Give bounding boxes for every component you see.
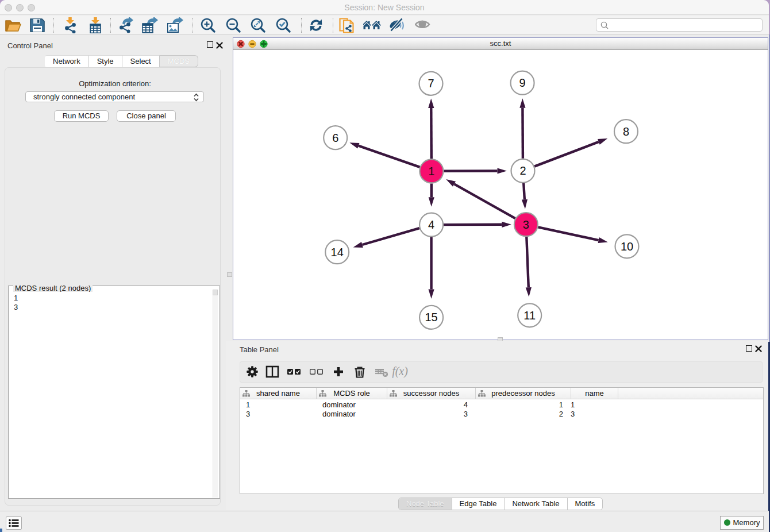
svg-text:2: 2	[519, 164, 526, 177]
svg-text:1: 1	[428, 165, 434, 178]
svg-text:8: 8	[623, 125, 629, 138]
svg-text:3: 3	[523, 218, 529, 231]
svg-text:9: 9	[519, 76, 526, 89]
svg-text:15: 15	[425, 311, 437, 323]
svg-text:4: 4	[428, 218, 434, 231]
svg-text:6: 6	[332, 132, 338, 144]
svg-text:11: 11	[523, 309, 536, 322]
svg-text:f(x): f(x)	[392, 365, 408, 378]
svg-text:10: 10	[621, 240, 633, 253]
svg-text:7: 7	[428, 77, 434, 90]
svg-text:14: 14	[331, 246, 344, 259]
